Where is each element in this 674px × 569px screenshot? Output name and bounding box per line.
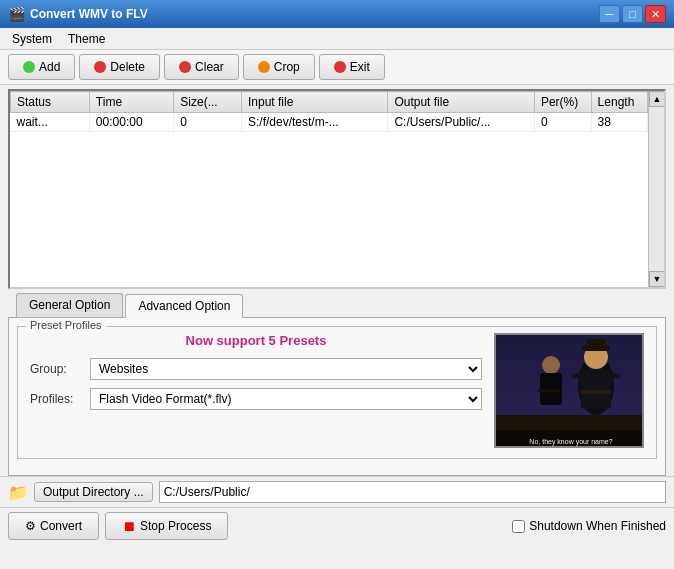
file-list: Status Time Size(... Input file Output f… (8, 89, 666, 289)
shutdown-checkbox[interactable] (512, 520, 525, 533)
folder-icon: 📁 (8, 483, 28, 502)
col-size: Size(... (174, 92, 242, 113)
preview-scene-svg: No, they know your name? (496, 335, 644, 448)
svg-rect-8 (581, 390, 611, 394)
window-controls: ─ □ ✕ (599, 5, 666, 23)
options-panel: Preset Profiles Now support 5 Presets Gr… (8, 318, 666, 476)
add-button[interactable]: Add (8, 54, 75, 80)
app-icon: 🎬 (8, 6, 24, 22)
minimize-button[interactable]: ─ (599, 5, 620, 23)
scroll-down-button[interactable]: ▼ (649, 271, 665, 287)
crop-icon (258, 61, 270, 73)
profiles-row: Profiles: Flash Video Format(*.flv) H.26… (30, 388, 482, 410)
col-output: Output file (388, 92, 534, 113)
col-per: Per(%) (534, 92, 591, 113)
menu-system[interactable]: System (4, 30, 60, 48)
bottom-bar: ⚙ Convert ⏹ Stop Process Shutdown When F… (0, 507, 674, 544)
col-length: Length (591, 92, 647, 113)
crop-button[interactable]: Crop (243, 54, 315, 80)
svg-rect-7 (581, 369, 611, 409)
group-row: Group: Websites Desktop Mobile Web Strea… (30, 358, 482, 380)
svg-rect-6 (586, 339, 606, 347)
delete-button[interactable]: Delete (79, 54, 160, 80)
scroll-up-button[interactable]: ▲ (649, 91, 665, 107)
maximize-button[interactable]: □ (622, 5, 643, 23)
shutdown-label: Shutdown When Finished (529, 519, 666, 533)
clear-button[interactable]: Clear (164, 54, 239, 80)
tabs: General Option Advanced Option (8, 293, 666, 318)
cell-input: S:/f/dev/test/m-... (241, 113, 387, 132)
stop-icon: ⏹ (122, 518, 136, 534)
table-scrollbar[interactable]: ▲ ▼ (648, 91, 664, 287)
cell-length: 38 (591, 113, 647, 132)
add-label: Add (39, 60, 60, 74)
convert-gear-icon: ⚙ (25, 519, 36, 533)
svg-rect-1 (496, 335, 644, 415)
tab-general[interactable]: General Option (16, 293, 123, 317)
output-path-input[interactable] (159, 481, 666, 503)
svg-point-11 (542, 356, 560, 374)
output-directory-button[interactable]: Output Directory ... (34, 482, 153, 502)
output-directory-row: 📁 Output Directory ... (0, 476, 674, 507)
cell-status: wait... (11, 113, 90, 132)
clear-icon (179, 61, 191, 73)
profiles-label: Profiles: (30, 392, 90, 406)
presets-left: Now support 5 Presets Group: Websites De… (30, 333, 482, 448)
exit-button[interactable]: Exit (319, 54, 385, 80)
stop-process-button[interactable]: ⏹ Stop Process (105, 512, 228, 540)
preset-profiles-group: Preset Profiles Now support 5 Presets Gr… (17, 326, 657, 459)
presets-content: Now support 5 Presets Group: Websites De… (30, 333, 644, 448)
profiles-select[interactable]: Flash Video Format(*.flv) H.264 MP4 AVI … (90, 388, 482, 410)
cell-per: 0 (534, 113, 591, 132)
preview-image: No, they know your name? (494, 333, 644, 448)
delete-label: Delete (110, 60, 145, 74)
tab-advanced[interactable]: Advanced Option (125, 294, 243, 318)
convert-label: Convert (40, 519, 82, 533)
clear-label: Clear (195, 60, 224, 74)
window-title: Convert WMV to FLV (30, 7, 599, 21)
cell-size: 0 (174, 113, 242, 132)
title-bar: 🎬 Convert WMV to FLV ─ □ ✕ (0, 0, 674, 28)
close-button[interactable]: ✕ (645, 5, 666, 23)
col-time: Time (89, 92, 174, 113)
convert-button[interactable]: ⚙ Convert (8, 512, 99, 540)
group-select[interactable]: Websites Desktop Mobile Web Streaming (90, 358, 482, 380)
svg-text:No, they know your name?: No, they know your name? (529, 438, 612, 446)
delete-icon (94, 61, 106, 73)
preview-background: No, they know your name? (496, 335, 642, 446)
scroll-track (649, 107, 664, 271)
exit-label: Exit (350, 60, 370, 74)
toolbar: Add Delete Clear Crop Exit (0, 50, 674, 85)
exit-icon (334, 61, 346, 73)
menu-theme[interactable]: Theme (60, 30, 113, 48)
col-input: Input file (241, 92, 387, 113)
file-table: Status Time Size(... Input file Output f… (10, 91, 648, 132)
add-icon (23, 61, 35, 73)
stop-label: Stop Process (140, 519, 211, 533)
svg-rect-13 (538, 389, 560, 392)
shutdown-checkbox-row: Shutdown When Finished (512, 519, 666, 533)
cell-output: C:/Users/Public/... (388, 113, 534, 132)
cell-time: 00:00:00 (89, 113, 174, 132)
presets-support-label: Now support 5 Presets (30, 333, 482, 348)
fieldset-legend: Preset Profiles (26, 319, 106, 331)
col-status: Status (11, 92, 90, 113)
crop-label: Crop (274, 60, 300, 74)
table-row[interactable]: wait... 00:00:00 0 S:/f/dev/test/m-... C… (11, 113, 648, 132)
group-label: Group: (30, 362, 90, 376)
menu-bar: System Theme (0, 28, 674, 50)
